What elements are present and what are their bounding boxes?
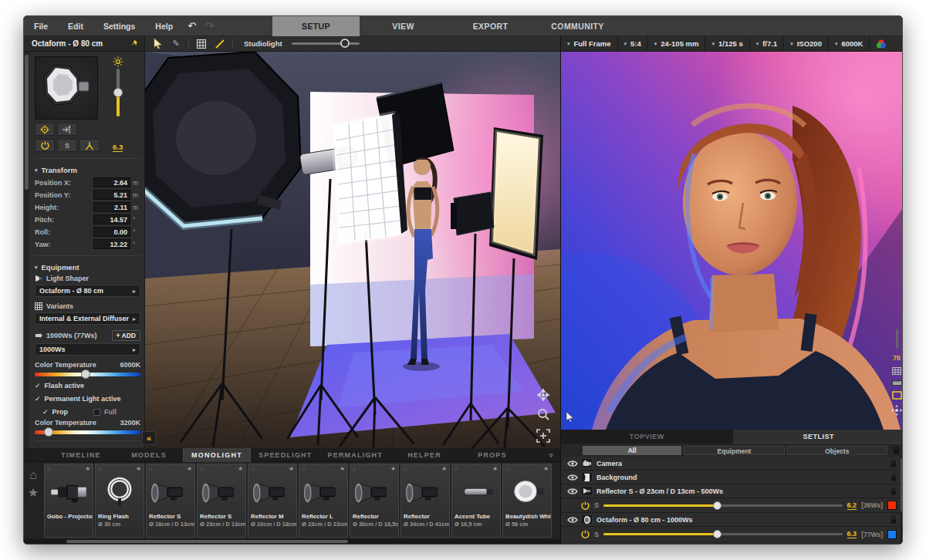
position-x-input[interactable]: 2.64: [93, 177, 130, 187]
solo-button[interactable]: S: [57, 139, 77, 152]
studio-scene-render[interactable]: [145, 52, 560, 448]
library-item-ring-flash[interactable]: ⌂★ Ring Flash Ø 30 cm: [95, 464, 144, 538]
solo-label[interactable]: S: [594, 501, 599, 509]
octaform-color-swatch[interactable]: [887, 530, 897, 539]
iso-dropdown[interactable]: ▾ISO200: [784, 36, 829, 51]
full-checkbox[interactable]: [93, 409, 100, 416]
grid-softbox[interactable]: [335, 113, 407, 243]
frame-guides-icon[interactable]: [892, 391, 902, 400]
tab-topview[interactable]: TOPVIEW: [561, 430, 733, 444]
tab-view[interactable]: VIEW: [360, 16, 447, 36]
favorites-filter-icon[interactable]: ★: [28, 485, 39, 500]
target-position-button[interactable]: [35, 123, 55, 136]
setlist-row-background[interactable]: Background: [561, 471, 903, 484]
octaform-power-slider[interactable]: [603, 533, 843, 535]
tab-timeline[interactable]: TIMELINE: [47, 448, 115, 462]
add-generator-button[interactable]: + ADD: [112, 330, 140, 341]
star-icon[interactable]: ★: [85, 465, 90, 472]
lock-icon[interactable]: [891, 460, 897, 467]
camera-side-scrollbar[interactable]: [896, 329, 898, 349]
prop-checkbox[interactable]: Prop: [52, 408, 69, 416]
aspect-ratio-dropdown[interactable]: ▾5:4: [618, 36, 648, 51]
tab-helper[interactable]: HELPER: [390, 448, 458, 462]
light-shaper-dropdown[interactable]: Octaform - Ø 80 cm ▸: [35, 285, 140, 297]
home-filter-icon[interactable]: ⌂: [29, 468, 37, 482]
tab-models[interactable]: MODELS: [115, 448, 183, 462]
menu-help[interactable]: Help: [145, 22, 183, 31]
menu-settings[interactable]: Settings: [93, 22, 145, 31]
eye-icon[interactable]: [567, 487, 578, 495]
studio-3d-viewport[interactable]: ✎ Studiolight: [145, 36, 560, 448]
flash-color-temp-slider[interactable]: [35, 373, 140, 376]
studiolight-slider[interactable]: [292, 42, 360, 45]
eye-icon[interactable]: [567, 474, 578, 481]
select-tool-icon[interactable]: [150, 38, 165, 50]
brush-tool-icon[interactable]: ✎: [168, 38, 184, 50]
intensity-value[interactable]: 6.3: [113, 143, 123, 152]
star-icon[interactable]: ★: [441, 465, 447, 472]
aperture-dropdown[interactable]: ▾f/7.1: [750, 36, 785, 51]
tab-setlist[interactable]: SETLIST: [733, 430, 904, 444]
star-icon[interactable]: ★: [289, 465, 294, 472]
tab-setup[interactable]: SETUP: [272, 16, 360, 36]
shutter-dropdown[interactable]: ▾1/125 s: [705, 36, 749, 51]
library-collapse-icon[interactable]: »: [547, 452, 556, 457]
measure-tool-icon[interactable]: [212, 38, 228, 50]
perm-color-temp-slider[interactable]: [35, 430, 140, 434]
setlist-scrollbar[interactable]: [901, 457, 903, 545]
library-hscrollbar[interactable]: [24, 539, 560, 544]
tab-export[interactable]: EXPORT: [447, 16, 534, 36]
tab-speedlight[interactable]: SPEEDLIGHT: [251, 448, 320, 462]
lens-dropdown[interactable]: ▾24-105 mm: [648, 36, 706, 51]
lock-icon[interactable]: [891, 474, 897, 481]
library-item-reflector-l[interactable]: ⌂★ Reflector L Ø 23cm / D 23cm: [299, 464, 348, 538]
library-item-gobo-projector[interactable]: ⌂★ Gobo - Projector: [44, 464, 93, 538]
tab-props[interactable]: PROPS: [458, 448, 526, 462]
star-icon[interactable]: ★: [492, 465, 498, 472]
lock-icon[interactable]: [891, 487, 897, 495]
sensor-dropdown[interactable]: ▾Full Frame: [561, 36, 618, 51]
octaform-power-value[interactable]: 6.3: [847, 530, 857, 538]
library-item-reflector-30[interactable]: ⌂★ Reflector Ø 30cm / D 18,5cm: [350, 464, 399, 538]
setlist-row-camera[interactable]: Camera: [561, 457, 903, 471]
warm-softbox[interactable]: [489, 127, 543, 260]
tripod-icon-button[interactable]: [79, 139, 100, 152]
setlist-row-reflector[interactable]: Reflector S - Ø 23cm / D 13cm - 500Ws: [561, 484, 903, 498]
star-icon[interactable]: ★: [238, 465, 243, 472]
transform-section-header[interactable]: ▾ Transform: [35, 166, 140, 174]
star-icon[interactable]: ★: [390, 465, 396, 472]
dof-grid-icon[interactable]: [892, 367, 901, 375]
roll-input[interactable]: 0.00: [93, 227, 130, 237]
eye-icon[interactable]: [567, 516, 578, 524]
power-toggle-button[interactable]: [35, 139, 55, 152]
generator-dropdown[interactable]: 1000Ws ▸: [35, 343, 140, 356]
library-item-reflector-s-18[interactable]: ⌂★ Reflector S Ø 18cm / D 13cm: [146, 464, 195, 538]
library-item-reflector-34[interactable]: ⌂★ Reflector Ø 34cm / D 41cm: [400, 464, 450, 538]
power-icon[interactable]: [581, 530, 590, 538]
move-light-button[interactable]: [57, 123, 77, 136]
solo-label[interactable]: S: [594, 531, 599, 538]
reflector-power-value[interactable]: 6.2: [847, 501, 857, 510]
filter-objects[interactable]: Objects: [787, 446, 887, 455]
intensity-slider[interactable]: [117, 69, 120, 116]
white-balance-dropdown[interactable]: ▾6000K: [829, 36, 870, 51]
octabox-light[interactable]: [145, 52, 301, 226]
star-icon[interactable]: ★: [136, 465, 141, 472]
tab-permalight[interactable]: PERMALIGHT: [320, 448, 391, 462]
redo-icon[interactable]: ↷: [201, 20, 218, 32]
star-icon[interactable]: ★: [187, 465, 192, 472]
collapse-panel-button[interactable]: «: [142, 431, 156, 445]
height-input[interactable]: 2.11: [93, 202, 130, 212]
pitch-input[interactable]: 14.57: [93, 214, 130, 224]
camera-move-icon[interactable]: [891, 405, 902, 416]
library-item-accent-tube[interactable]: ⌂★ Accent Tube Ø 10,5 cm: [451, 464, 501, 538]
menu-edit[interactable]: Edit: [58, 22, 93, 31]
undo-icon[interactable]: ↶: [183, 20, 201, 32]
grid-tool-icon[interactable]: [194, 38, 209, 50]
power-icon[interactable]: [581, 501, 590, 510]
filter-all[interactable]: All: [583, 446, 681, 455]
star-icon[interactable]: ★: [543, 465, 549, 472]
lock-icon[interactable]: [891, 516, 897, 524]
variants-dropdown[interactable]: Internal & External Diffuser ▸: [35, 312, 140, 325]
position-y-input[interactable]: 5.21: [93, 190, 130, 200]
